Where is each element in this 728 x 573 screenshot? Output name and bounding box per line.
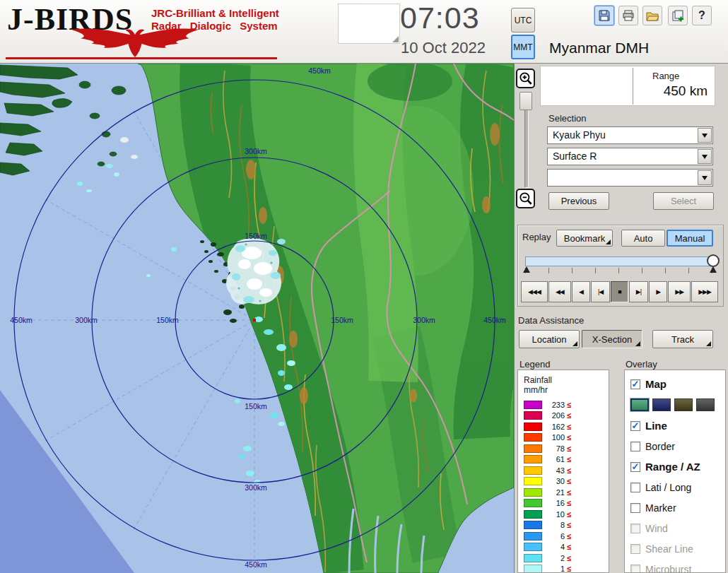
ring-label: 300km bbox=[245, 483, 267, 492]
overlay-item-line[interactable]: ✓Line bbox=[625, 415, 725, 436]
bookmark-button[interactable]: Bookmark bbox=[556, 230, 613, 247]
replay-timeline-handle[interactable] bbox=[707, 254, 720, 267]
legend-le-symbol: ≤ bbox=[567, 466, 571, 475]
ring-label: 150km bbox=[245, 402, 267, 410]
save-button[interactable] bbox=[594, 6, 614, 25]
new-window-icon bbox=[671, 8, 685, 23]
logo-tagline-1: JRC-Brilliant & Intelligent bbox=[151, 7, 279, 20]
overlay-panel: ✓Map✓LineBorder✓Range / AZLati / LongMar… bbox=[624, 370, 726, 573]
legend-le-symbol: ≤ bbox=[567, 488, 571, 497]
track-button[interactable]: Track bbox=[652, 330, 713, 348]
radar-map[interactable]: 450km 300km 150km 150km 300km 450km 450k… bbox=[0, 64, 514, 573]
radar-map-svg[interactable]: 450km 300km 150km 150km 300km 450km 450k… bbox=[0, 64, 514, 573]
legend-row: 162≤ bbox=[518, 421, 609, 432]
legend-value: 206 bbox=[546, 411, 565, 420]
manual-button[interactable]: Manual bbox=[667, 230, 713, 247]
legend-color-swatch bbox=[524, 401, 542, 409]
legend-row: 21≤ bbox=[518, 487, 609, 498]
product-dropdown[interactable]: Surface R bbox=[547, 148, 713, 165]
unchecked-checkbox[interactable] bbox=[630, 503, 640, 513]
legend-value: 162 bbox=[546, 423, 565, 431]
unchecked-checkbox[interactable] bbox=[630, 483, 640, 492]
option-dropdown[interactable] bbox=[547, 169, 713, 187]
help-button[interactable]: ? bbox=[692, 6, 712, 25]
select-button[interactable]: Select bbox=[653, 192, 714, 210]
location-button[interactable]: Location bbox=[519, 330, 580, 348]
replay-control-8[interactable]: ▶▶▶ bbox=[691, 281, 718, 302]
replay-control-4[interactable]: ■ bbox=[611, 281, 628, 302]
replay-control-0[interactable]: ◀◀◀ bbox=[521, 281, 548, 302]
j-birds-app: J-BIRDS JRC-Brilliant & Intelligent Rada… bbox=[0, 0, 728, 573]
zoom-slider-handle[interactable] bbox=[519, 92, 532, 110]
legend-color-swatch bbox=[524, 444, 542, 453]
print-button[interactable] bbox=[618, 6, 638, 25]
overlay-item-lati-long[interactable]: Lati / Long bbox=[625, 477, 725, 497]
legend-unit-1: Rainfall bbox=[524, 375, 609, 385]
checked-checkbox[interactable]: ✓ bbox=[630, 421, 640, 431]
save-icon bbox=[597, 8, 611, 23]
legend-row: 8≤ bbox=[518, 520, 609, 531]
overlay-item-map[interactable]: ✓Map bbox=[625, 374, 725, 394]
timeline-start-marker bbox=[523, 266, 530, 273]
legend-color-swatch bbox=[524, 543, 542, 551]
overlay-item-label: Border bbox=[645, 441, 675, 452]
station-title: Myanmar DMH bbox=[549, 40, 649, 57]
replay-control-1[interactable]: ◀◀ bbox=[548, 281, 571, 302]
legend-color-swatch bbox=[524, 466, 542, 475]
zoom-in-icon bbox=[518, 71, 534, 86]
overlay-item-range-az[interactable]: ✓Range / AZ bbox=[625, 456, 725, 477]
zoom-out-button[interactable] bbox=[516, 189, 535, 208]
chevron-down-icon[interactable] bbox=[698, 170, 712, 185]
site-dropdown[interactable]: Kyauk Phyu bbox=[547, 126, 713, 144]
open-folder-button[interactable] bbox=[642, 6, 662, 25]
map-style-swatch-1[interactable] bbox=[652, 398, 671, 411]
legend-le-symbol: ≤ bbox=[567, 554, 571, 562]
legend-row: 78≤ bbox=[518, 443, 609, 454]
legend-value: 1 bbox=[546, 565, 565, 573]
previous-button[interactable]: Previous bbox=[548, 192, 609, 210]
ring-label: 150km bbox=[156, 316, 179, 324]
legend-le-symbol: ≤ bbox=[567, 401, 571, 409]
replay-control-7[interactable]: ▶▶ bbox=[668, 281, 691, 302]
legend-color-swatch bbox=[524, 499, 542, 507]
map-style-swatch-0[interactable] bbox=[630, 398, 649, 411]
legend-scale: 233≤206≤162≤100≤78≤61≤43≤30≤21≤16≤10≤8≤6… bbox=[518, 399, 609, 573]
overlay-item-border[interactable]: Border bbox=[625, 436, 725, 456]
overlay-label: Overlay bbox=[626, 359, 657, 370]
utc-button[interactable]: UTC bbox=[511, 8, 535, 33]
auto-button[interactable]: Auto bbox=[621, 230, 665, 247]
replay-control-2[interactable]: ◀ bbox=[572, 281, 590, 302]
replay-timeline-track[interactable] bbox=[525, 256, 715, 266]
chevron-down-icon[interactable] bbox=[698, 149, 712, 164]
legend-color-swatch bbox=[524, 565, 542, 573]
map-style-swatch-3[interactable] bbox=[696, 398, 715, 411]
legend-row: 206≤ bbox=[518, 410, 609, 422]
replay-control-3[interactable]: |◀ bbox=[591, 281, 610, 302]
zoom-in-button[interactable] bbox=[516, 69, 535, 88]
print-icon bbox=[621, 8, 635, 23]
legend-le-symbol: ≤ bbox=[567, 521, 571, 529]
unchecked-checkbox[interactable] bbox=[630, 442, 640, 451]
legend-color-swatch bbox=[524, 477, 542, 485]
legend-color-swatch bbox=[524, 532, 542, 540]
overlay-item-label: Map bbox=[645, 378, 667, 390]
clock-time: 07:03 bbox=[400, 1, 480, 35]
replay-control-5[interactable]: ▶| bbox=[629, 281, 648, 302]
overlay-item-marker[interactable]: Marker bbox=[625, 497, 725, 518]
legend-row: 61≤ bbox=[518, 454, 609, 466]
replay-control-6[interactable]: ▶ bbox=[649, 281, 667, 302]
x-section-button[interactable]: X-Section bbox=[582, 330, 642, 348]
map-style-swatch-2[interactable] bbox=[674, 398, 693, 411]
legend-row: 233≤ bbox=[518, 399, 609, 410]
checked-checkbox[interactable]: ✓ bbox=[630, 462, 640, 472]
ring-label: 450km bbox=[10, 316, 33, 324]
checked-checkbox[interactable]: ✓ bbox=[630, 379, 640, 389]
new-window-button[interactable] bbox=[668, 6, 688, 25]
chevron-down-icon[interactable] bbox=[698, 128, 712, 143]
legend-value: 16 bbox=[546, 499, 565, 507]
legend-row: 43≤ bbox=[518, 465, 609, 476]
overlay-item-label: Shear Line bbox=[645, 543, 693, 555]
legend-row: 2≤ bbox=[518, 553, 609, 564]
mmt-button[interactable]: MMT bbox=[511, 35, 535, 59]
overlay-items: ✓Map✓LineBorder✓Range / AZLati / LongMar… bbox=[625, 374, 725, 573]
